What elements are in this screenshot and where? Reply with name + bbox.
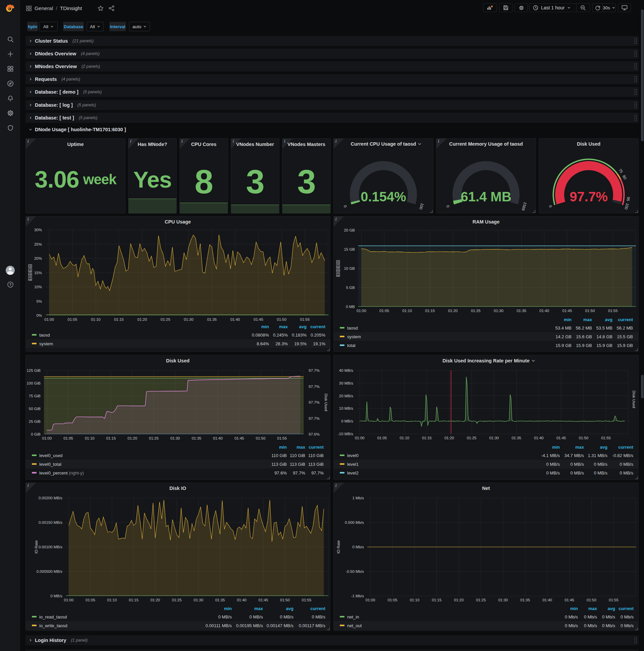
svg-text:IO Rate: IO Rate [34,540,38,554]
svg-text:56.2 MB: 56.2 MB [617,326,633,331]
svg-text:max: max [583,317,592,322]
svg-text:97.7%: 97.7% [309,400,320,404]
svg-text:0 MB/s: 0 MB/s [546,470,560,475]
svg-text:current: current [618,317,633,322]
svg-text:01:15: 01:15 [106,436,116,440]
svg-text:0 MB/s: 0 MB/s [250,614,263,619]
svg-text:Disk Used: Disk Used [577,141,601,147]
svg-text:Net: Net [482,486,490,491]
svg-text:0 Mb/s: 0 Mb/s [620,614,634,619]
svg-text:01:10: 01:10 [402,309,412,313]
svg-text:0.0808%: 0.0808% [252,333,269,338]
svg-text:01:45: 01:45 [254,317,263,321]
svg-text:max: max [588,606,598,611]
svg-text:14.8 GB: 14.8 GB [597,334,612,339]
svg-text:15 GB: 15 GB [344,247,355,251]
svg-text:0.000500 MB/s: 0.000500 MB/s [37,569,63,574]
svg-text:8.64%: 8.64% [257,341,269,346]
svg-text:system: system [39,341,53,346]
svg-text:01:45: 01:45 [259,598,268,602]
svg-text:01:10: 01:10 [399,436,409,440]
svg-text:RAM Usage: RAM Usage [473,219,500,224]
svg-text:0.00100 MB/s: 0.00100 MB/s [39,545,62,549]
svg-text:01:55: 01:55 [277,436,287,440]
svg-text:97.7%: 97.7% [293,470,305,475]
svg-text:113 GiB: 113 GiB [271,462,287,467]
svg-text:0: 0 [548,205,553,208]
svg-text:current: current [309,445,324,450]
svg-text:01:30: 01:30 [170,436,180,440]
svg-text:80: 80 [622,175,627,180]
svg-text:max: max [279,324,288,329]
svg-text:CPU Usage: CPU Usage [165,219,191,224]
svg-text:125 GiB: 125 GiB [27,368,40,372]
svg-text:min: min [279,445,287,450]
svg-text:100: 100 [419,203,424,210]
svg-text:15%: 15% [34,271,42,275]
svg-text:01:30: 01:30 [194,598,203,602]
svg-text:0.500 Mb/s: 0.500 Mb/s [345,521,364,525]
svg-text:01:35: 01:35 [215,598,225,602]
svg-text:15.9 GB: 15.9 GB [555,343,572,348]
svg-text:-0.50 Mb/s: -0.50 Mb/s [346,569,364,574]
svg-text:75: 75 [618,168,623,174]
svg-text:Disk Used: Disk Used [166,358,190,364]
svg-text:min: min [564,317,572,322]
svg-text:0 Mb/s: 0 Mb/s [565,614,578,619]
svg-text:97.7%: 97.7% [309,416,320,421]
svg-text:0 Mb/s: 0 Mb/s [565,623,578,628]
svg-text:0.00195 MB/s: 0.00195 MB/s [236,623,263,628]
svg-text:01:55: 01:55 [300,317,310,321]
svg-text:01:05: 01:05 [68,317,77,321]
svg-text:110 GiB: 110 GiB [290,453,305,458]
svg-text:Disk IO: Disk IO [169,486,186,491]
svg-text:0.00150 MB/s: 0.00150 MB/s [39,521,62,525]
svg-text:01:55: 01:55 [302,598,312,602]
svg-text:0.183%: 0.183% [292,333,307,338]
svg-text:0%: 0% [36,313,42,317]
svg-text:0 MB/s: 0 MB/s [571,462,584,467]
svg-text:level1: level1 [347,462,359,467]
svg-text:10 MB/s: 10 MB/s [339,406,353,410]
svg-text:level0: level0 [347,453,359,458]
svg-text:01:30: 01:30 [498,598,508,602]
svg-text:30 MB/s: 30 MB/s [339,381,353,385]
svg-text:01:15: 01:15 [129,598,138,602]
svg-text:01:40: 01:40 [542,598,552,602]
svg-text:01:20: 01:20 [150,598,160,602]
svg-text:0 Mb/s: 0 Mb/s [602,623,615,628]
svg-text:0 MB/s: 0 MB/s [620,470,634,475]
svg-text:01:25: 01:25 [149,436,159,440]
svg-text:97.6%: 97.6% [275,470,287,475]
svg-text:01:40: 01:40 [237,598,247,602]
svg-text:01:05: 01:05 [379,309,389,313]
svg-text:min: min [261,324,269,329]
svg-text:01:50: 01:50 [256,436,266,440]
svg-text:0 MB/s: 0 MB/s [571,470,584,475]
svg-text:0: 0 [343,205,348,208]
svg-text:Disk Used Increasing Rate per: Disk Used Increasing Rate per Minute [443,358,529,364]
svg-text:01:50: 01:50 [585,309,595,313]
svg-text:40 MB/s: 40 MB/s [339,368,353,372]
svg-text:01:45: 01:45 [562,309,572,313]
svg-text:0 Mb/s: 0 Mb/s [584,614,598,619]
svg-text:current: current [310,606,325,611]
svg-text:io_read_taosd: io_read_taosd [39,614,67,619]
svg-text:15.6 GB: 15.6 GB [576,334,592,339]
svg-text:01:25: 01:25 [161,317,170,321]
svg-text:100 GiB: 100 GiB [27,381,40,385]
svg-text:system: system [347,334,361,339]
svg-text:01:40: 01:40 [534,436,544,440]
svg-text:01:45: 01:45 [234,436,244,440]
svg-text:level0_used: level0_used [39,453,62,458]
svg-text:30%: 30% [34,228,42,232]
svg-text:61.4 MB: 61.4 MB [460,189,511,204]
svg-text:0.00147 MB/s: 0.00147 MB/s [267,623,294,628]
svg-text:min: min [552,445,560,450]
svg-text:-4.1 MB/s: -4.1 MB/s [541,453,560,458]
svg-text:net_out: net_out [347,623,362,628]
svg-text:20 MB/s: 20 MB/s [339,394,353,398]
svg-text:?: ? [9,283,12,286]
svg-text:0 MB/s: 0 MB/s [546,462,560,467]
svg-text:01:20: 01:20 [444,436,454,440]
